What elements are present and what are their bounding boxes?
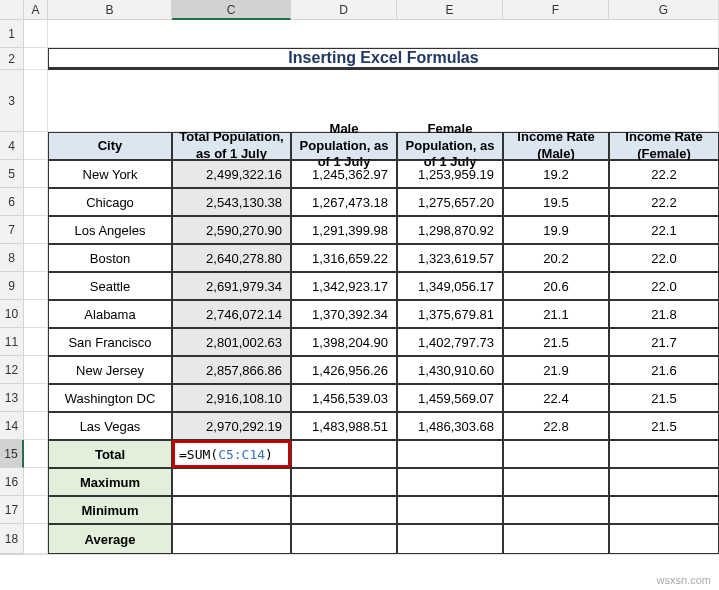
row-header-4[interactable]: 4 xyxy=(0,132,24,160)
cell-A4[interactable] xyxy=(24,132,48,160)
cell-A8[interactable] xyxy=(24,244,48,272)
row-header-16[interactable]: 16 xyxy=(0,468,24,496)
table-row[interactable]: Boston xyxy=(48,244,172,272)
cell-F15[interactable] xyxy=(503,440,609,468)
table-cell[interactable]: 1,430,910.60 xyxy=(397,356,503,384)
col-header-A[interactable]: A xyxy=(24,0,48,20)
cell-C18[interactable] xyxy=(172,524,291,554)
cell-G18[interactable] xyxy=(609,524,719,554)
header-income-female[interactable]: Income Rate (Female) xyxy=(609,132,719,160)
cell-A9[interactable] xyxy=(24,272,48,300)
cell-A10[interactable] xyxy=(24,300,48,328)
table-cell[interactable]: 1,267,473.18 xyxy=(291,188,397,216)
table-cell[interactable]: 20.2 xyxy=(503,244,609,272)
table-row[interactable]: San Francisco xyxy=(48,328,172,356)
table-row[interactable]: Seattle xyxy=(48,272,172,300)
table-row[interactable]: Chicago xyxy=(48,188,172,216)
row-header-6[interactable]: 6 xyxy=(0,188,24,216)
table-cell[interactable]: 1,253,959.19 xyxy=(397,160,503,188)
table-cell[interactable]: 21.9 xyxy=(503,356,609,384)
row-header-12[interactable]: 12 xyxy=(0,356,24,384)
cell-A16[interactable] xyxy=(24,468,48,496)
table-cell[interactable]: 1,402,797.73 xyxy=(397,328,503,356)
table-cell[interactable]: 22.1 xyxy=(609,216,719,244)
table-cell[interactable]: 1,483,988.51 xyxy=(291,412,397,440)
table-cell[interactable]: 19.5 xyxy=(503,188,609,216)
table-cell[interactable]: 19.2 xyxy=(503,160,609,188)
table-cell[interactable]: 19.9 xyxy=(503,216,609,244)
cell-A3[interactable] xyxy=(24,70,48,132)
row-header-7[interactable]: 7 xyxy=(0,216,24,244)
col-header-B[interactable]: B xyxy=(48,0,172,20)
cell-A7[interactable] xyxy=(24,216,48,244)
col-header-E[interactable]: E xyxy=(397,0,503,20)
table-cell[interactable]: 20.6 xyxy=(503,272,609,300)
table-row[interactable]: Las Vegas xyxy=(48,412,172,440)
cell-G17[interactable] xyxy=(609,496,719,524)
cell-E16[interactable] xyxy=(397,468,503,496)
table-cell[interactable]: 1,370,392.34 xyxy=(291,300,397,328)
table-cell[interactable]: 21.6 xyxy=(609,356,719,384)
table-cell[interactable]: 22.8 xyxy=(503,412,609,440)
formula-input-cell[interactable]: =SUM(C5:C14) xyxy=(172,440,291,468)
row-header-19[interactable] xyxy=(0,554,24,555)
table-cell[interactable]: 2,640,278.80 xyxy=(172,244,291,272)
table-cell[interactable]: 1,349,056.17 xyxy=(397,272,503,300)
cell-A1[interactable] xyxy=(24,20,48,48)
table-cell[interactable]: 22.0 xyxy=(609,272,719,300)
table-cell[interactable]: 21.1 xyxy=(503,300,609,328)
table-cell[interactable]: 21.7 xyxy=(609,328,719,356)
table-cell[interactable]: 1,426,956.26 xyxy=(291,356,397,384)
cell-F16[interactable] xyxy=(503,468,609,496)
summary-maximum-label[interactable]: Maximum xyxy=(48,468,172,496)
table-cell[interactable]: 22.2 xyxy=(609,160,719,188)
table-cell[interactable]: 1,316,659.22 xyxy=(291,244,397,272)
table-cell[interactable]: 2,499,322.16 xyxy=(172,160,291,188)
col-header-D[interactable]: D xyxy=(291,0,397,20)
cell-A15[interactable] xyxy=(24,440,48,468)
header-city[interactable]: City xyxy=(48,132,172,160)
table-cell[interactable]: 2,691,979.34 xyxy=(172,272,291,300)
table-cell[interactable]: 21.5 xyxy=(609,412,719,440)
cell-C17[interactable] xyxy=(172,496,291,524)
table-row[interactable]: Alabama xyxy=(48,300,172,328)
table-cell[interactable]: 21.8 xyxy=(609,300,719,328)
table-cell[interactable]: 1,275,657.20 xyxy=(397,188,503,216)
table-cell[interactable]: 22.2 xyxy=(609,188,719,216)
cell-E15[interactable] xyxy=(397,440,503,468)
table-cell[interactable]: 21.5 xyxy=(503,328,609,356)
cell-D15[interactable] xyxy=(291,440,397,468)
cell-B1-G1[interactable] xyxy=(48,20,719,48)
table-cell[interactable]: 2,857,866.86 xyxy=(172,356,291,384)
row-header-8[interactable]: 8 xyxy=(0,244,24,272)
row-header-18[interactable]: 18 xyxy=(0,524,24,554)
header-total-pop[interactable]: Total Population, as of 1 July xyxy=(172,132,291,160)
row-header-17[interactable]: 17 xyxy=(0,496,24,524)
select-all-corner[interactable] xyxy=(0,0,24,20)
table-cell[interactable]: 2,970,292.19 xyxy=(172,412,291,440)
row-header-5[interactable]: 5 xyxy=(0,160,24,188)
cell-D17[interactable] xyxy=(291,496,397,524)
blank-row[interactable] xyxy=(24,554,719,555)
table-row[interactable]: New York xyxy=(48,160,172,188)
header-income-male[interactable]: Income Rate (Male) xyxy=(503,132,609,160)
row-header-1[interactable]: 1 xyxy=(0,20,24,48)
cell-G15[interactable] xyxy=(609,440,719,468)
table-cell[interactable]: 2,801,002.63 xyxy=(172,328,291,356)
row-header-11[interactable]: 11 xyxy=(0,328,24,356)
table-cell[interactable]: 2,746,072.14 xyxy=(172,300,291,328)
summary-total-label[interactable]: Total xyxy=(48,440,172,468)
table-row[interactable]: New Jersey xyxy=(48,356,172,384)
row-header-14[interactable]: 14 xyxy=(0,412,24,440)
table-cell[interactable]: 1,342,923.17 xyxy=(291,272,397,300)
cell-E18[interactable] xyxy=(397,524,503,554)
cell-A6[interactable] xyxy=(24,188,48,216)
header-female-pop[interactable]: Female Population, as of 1 July xyxy=(397,132,503,160)
row-header-9[interactable]: 9 xyxy=(0,272,24,300)
cell-F17[interactable] xyxy=(503,496,609,524)
table-cell[interactable]: 1,459,569.07 xyxy=(397,384,503,412)
col-header-F[interactable]: F xyxy=(503,0,609,20)
cell-A18[interactable] xyxy=(24,524,48,554)
table-cell[interactable]: 1,375,679.81 xyxy=(397,300,503,328)
cell-D16[interactable] xyxy=(291,468,397,496)
